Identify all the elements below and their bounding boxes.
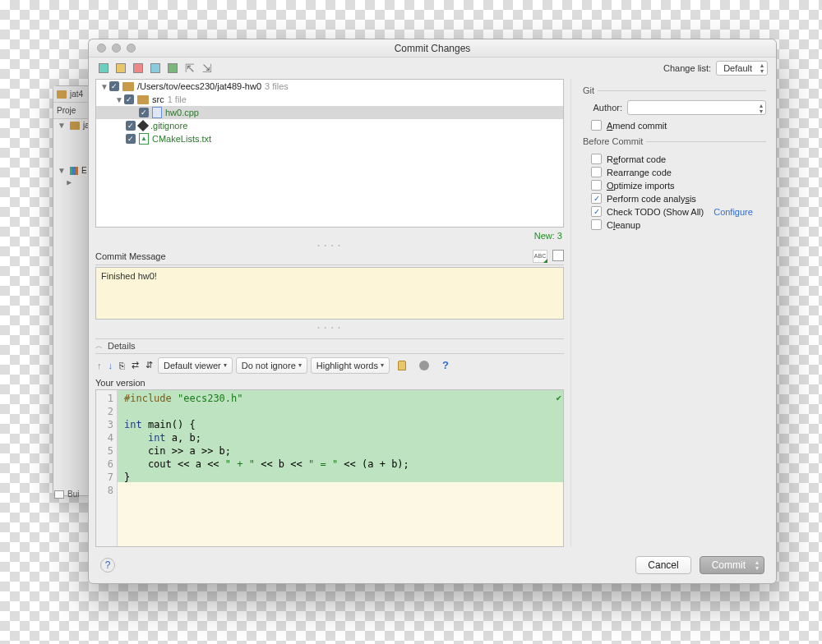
tree-file-hw0[interactable]: hw0.cpp: [96, 106, 563, 119]
jump-to-source-icon[interactable]: ⎘: [118, 357, 127, 374]
window-zoom-icon[interactable]: [127, 44, 136, 53]
gitignore-icon: [137, 120, 149, 131]
commit-message-label: Commit Message: [95, 251, 166, 261]
checkbox-icon[interactable]: [126, 121, 136, 131]
changes-tree[interactable]: ▼ /Users/tov/eecs230/jat489-hw0 3 files …: [95, 79, 564, 228]
author-label: Author:: [580, 103, 622, 113]
checkbox-icon[interactable]: [126, 134, 136, 144]
cmake-file-icon: ▲: [139, 133, 149, 145]
bg-ext: E: [81, 166, 87, 175]
before-commit-group-label: Before Commit: [580, 136, 646, 146]
bg-project-label: Proje: [57, 106, 76, 115]
tree-file-gitignore[interactable]: .gitignore: [96, 119, 563, 132]
tree-file-label: CMakeLists.txt: [152, 134, 211, 144]
next-change-button[interactable]: ↓: [107, 357, 115, 374]
window-close-icon[interactable]: [97, 44, 106, 53]
cancel-button[interactable]: Cancel: [635, 556, 690, 574]
spellcheck-button[interactable]: ABC: [533, 250, 547, 263]
todo-checkbox[interactable]: Check TODO (Show All)Configure: [591, 206, 766, 217]
commit-message-input[interactable]: Finished hw0!: [95, 267, 564, 320]
rearrange-checkbox[interactable]: Rearrange code: [591, 167, 766, 177]
commit-button[interactable]: Commit▴▾: [700, 556, 764, 574]
changelist-icon[interactable]: [166, 62, 179, 75]
viewer-select[interactable]: Default viewer▾: [158, 357, 233, 374]
help-icon[interactable]: ?: [437, 357, 454, 374]
configure-link[interactable]: Configure: [713, 207, 753, 217]
tree-file-label: hw0.cpp: [165, 108, 199, 117]
tree-file-cmake[interactable]: ▲ CMakeLists.txt: [96, 132, 563, 145]
drag-handle-icon[interactable]: • • • •: [95, 320, 564, 332]
drag-handle-icon[interactable]: • • • •: [95, 241, 564, 250]
commit-changes-dialog: Commit Changes ⇱ ⇲ Change list: Default …: [88, 39, 777, 584]
folder-icon: [122, 82, 134, 91]
tree-file-label: .gitignore: [150, 121, 187, 131]
changelist-value: Default: [723, 63, 752, 73]
bg-tab: jat4: [70, 90, 83, 99]
cleanup-checkbox[interactable]: Cleanup: [591, 219, 766, 230]
expand-all-icon[interactable]: ⇱: [183, 62, 196, 75]
your-version-label: Your version: [95, 377, 564, 389]
details-label: Details: [108, 341, 136, 351]
author-combobox[interactable]: ▴▾: [627, 100, 766, 115]
diff-editor[interactable]: 12345678 #include "eecs230.h" int main()…: [95, 389, 564, 547]
help-button[interactable]: ?: [100, 558, 115, 573]
new-files-count: New: 3: [95, 228, 564, 241]
refresh-icon[interactable]: [97, 62, 110, 75]
delete-icon[interactable]: [132, 62, 145, 75]
collapse-icon[interactable]: ︿: [95, 341, 103, 352]
tree-src-count: 1 file: [168, 94, 187, 104]
cpp-file-icon: [152, 107, 162, 118]
checkbox-icon[interactable]: [109, 81, 119, 91]
highlight-select[interactable]: Highlight words▾: [311, 357, 390, 374]
lock-icon[interactable]: [393, 357, 411, 374]
tree-root-count: 3 files: [265, 81, 289, 91]
reformat-checkbox[interactable]: Reformat code: [591, 154, 766, 164]
git-group-label: Git: [580, 85, 598, 95]
bg-status-bar: Bui: [54, 490, 79, 499]
folder-icon: [70, 122, 80, 130]
changelist-select[interactable]: Default ▴▾: [716, 61, 768, 76]
gear-icon[interactable]: [414, 357, 434, 374]
folder-icon: [57, 90, 67, 99]
code-content: #include "eecs230.h" int main() { int a,…: [124, 392, 563, 484]
folder-icon: [137, 95, 149, 104]
tree-root-path: /Users/tov/eecs230/jat489-hw0: [137, 81, 261, 91]
line-gutter: 12345678: [96, 390, 118, 546]
amend-checkbox[interactable]: Amend commit: [591, 120, 766, 131]
checkbox-icon[interactable]: [124, 94, 134, 104]
checkbox-icon[interactable]: [139, 108, 149, 117]
dialog-title: Commit Changes: [89, 43, 776, 54]
changelist-label: Change list:: [663, 63, 711, 73]
analysis-checkbox[interactable]: Perform code analysis: [591, 193, 766, 204]
window-minimize-icon[interactable]: [112, 44, 121, 53]
collapse-all-icon[interactable]: ⇲: [201, 62, 214, 75]
tree-src: src: [152, 94, 164, 104]
chart-icon: [70, 167, 78, 175]
diff-icon[interactable]: [149, 62, 162, 75]
history-icon[interactable]: [552, 250, 564, 261]
optimize-checkbox[interactable]: Optimize imports: [591, 180, 766, 191]
sync-icon[interactable]: ⇵: [144, 357, 155, 374]
whitespace-select[interactable]: Do not ignore▾: [236, 357, 307, 374]
prev-change-button[interactable]: ↑: [95, 357, 104, 374]
revert-icon[interactable]: [114, 62, 127, 75]
compare-icon[interactable]: ⇄: [130, 357, 141, 374]
titlebar: Commit Changes: [89, 39, 776, 58]
